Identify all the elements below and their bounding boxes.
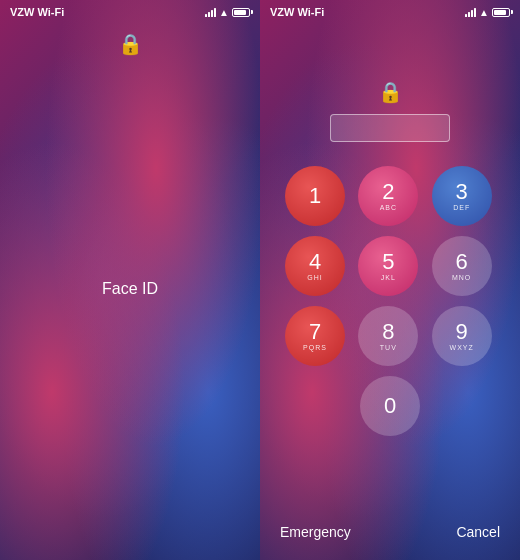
carrier-2: VZW Wi-Fi bbox=[270, 6, 324, 18]
zero-row: 0 bbox=[285, 376, 495, 436]
lock-icon-2: 🔒 bbox=[378, 80, 403, 104]
lock-icon-container-2: 🔒 bbox=[378, 80, 403, 104]
key-1[interactable]: 1 bbox=[285, 166, 345, 226]
face-id-label: Face ID bbox=[102, 280, 158, 298]
status-bar-2: VZW Wi-Fi ▲ bbox=[260, 0, 520, 22]
keypad-grid: 1 2 ABC 3 DEF 4 GHI 5 JKL 6 MNO bbox=[285, 166, 495, 366]
key-4[interactable]: 4 GHI bbox=[285, 236, 345, 296]
status-icons-1: ▲ bbox=[205, 7, 250, 18]
signal-icon-2 bbox=[465, 8, 476, 17]
key-9[interactable]: 9 WXYZ bbox=[432, 306, 492, 366]
lock-icon-1: 🔒 bbox=[118, 32, 143, 56]
status-icons-2: ▲ bbox=[465, 7, 510, 18]
signal-icon-1 bbox=[205, 8, 216, 17]
keypad-area: 🔒 1 2 ABC 3 DEF 4 GHI 5 JKL bbox=[260, 22, 520, 560]
wifi-icon-2: ▲ bbox=[479, 7, 489, 18]
key-0[interactable]: 0 bbox=[360, 376, 420, 436]
passcode-screen: VZW Wi-Fi ▲ 🔒 1 2 ABC bbox=[260, 0, 520, 560]
passcode-input-field[interactable] bbox=[330, 114, 450, 142]
key-8[interactable]: 8 TUV bbox=[358, 306, 418, 366]
key-7[interactable]: 7 PQRS bbox=[285, 306, 345, 366]
key-2[interactable]: 2 ABC bbox=[358, 166, 418, 226]
key-5[interactable]: 5 JKL bbox=[358, 236, 418, 296]
battery-icon-2 bbox=[492, 8, 510, 17]
battery-icon-1 bbox=[232, 8, 250, 17]
key-3[interactable]: 3 DEF bbox=[432, 166, 492, 226]
status-bar-1: VZW Wi-Fi ▲ bbox=[0, 0, 260, 22]
key-6[interactable]: 6 MNO bbox=[432, 236, 492, 296]
lock-screen: VZW Wi-Fi ▲ 🔒 Face ID bbox=[0, 0, 260, 560]
carrier-1: VZW Wi-Fi bbox=[10, 6, 64, 18]
wifi-icon-1: ▲ bbox=[219, 7, 229, 18]
lock-icon-container-1: 🔒 bbox=[0, 32, 260, 56]
